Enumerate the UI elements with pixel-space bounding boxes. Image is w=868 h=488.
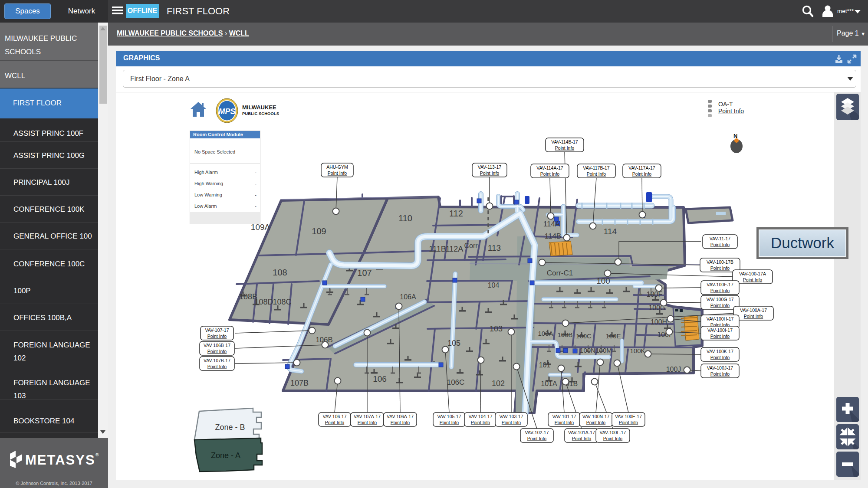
svg-text:102: 102: [492, 379, 505, 388]
svg-text:Point Info: Point Info: [710, 355, 730, 360]
svg-text:VAV-114A-17: VAV-114A-17: [536, 165, 563, 170]
svg-text:Point Info: Point Info: [555, 420, 574, 425]
svg-text:111B: 111B: [429, 245, 446, 253]
svg-text:VAV-100F-17: VAV-100F-17: [707, 282, 733, 287]
svg-text:101: 101: [539, 361, 551, 369]
svg-text:Point Info: Point Info: [743, 277, 763, 282]
svg-text:VAV-100-17A: VAV-100-17A: [739, 271, 766, 276]
svg-text:VAV-107B-17: VAV-107B-17: [204, 358, 230, 363]
svg-text:VAV-107A-17: VAV-107A-17: [354, 414, 381, 419]
svg-text:VAV-100N-17: VAV-100N-17: [582, 414, 610, 419]
svg-text:VAV-100E-17: VAV-100E-17: [615, 414, 642, 419]
svg-text:107: 107: [357, 268, 372, 278]
svg-text:VAV-102-17: VAV-102-17: [525, 430, 549, 435]
svg-text:Point Info: Point Info: [328, 170, 347, 176]
svg-text:Zone - A: Zone - A: [211, 451, 240, 460]
svg-text:Point Info: Point Info: [471, 420, 490, 425]
svg-text:Point Info: Point Info: [744, 314, 763, 319]
svg-text:Point Info: Point Info: [710, 371, 730, 377]
svg-text:VAV-101A-17: VAV-101A-17: [568, 430, 595, 435]
svg-text:108: 108: [273, 268, 287, 277]
svg-text:106: 106: [373, 374, 387, 383]
svg-text:101A: 101A: [541, 380, 557, 387]
svg-text:VAV-100J-17: VAV-100J-17: [707, 365, 733, 370]
svg-text:Point Info: Point Info: [587, 171, 606, 177]
svg-text:107B: 107B: [290, 379, 309, 387]
svg-text:VAV-11-17: VAV-11-17: [710, 236, 731, 241]
svg-text:VAV-113-17: VAV-113-17: [478, 164, 501, 170]
svg-text:Point Info: Point Info: [502, 420, 521, 425]
svg-text:108C: 108C: [273, 298, 291, 306]
svg-text:Point Info: Point Info: [540, 171, 560, 177]
svg-text:VAV-117A-17: VAV-117A-17: [628, 165, 655, 170]
svg-text:VAV-104-17: VAV-104-17: [468, 414, 492, 419]
svg-text:109: 109: [312, 226, 326, 236]
svg-text:100C: 100C: [576, 332, 592, 340]
svg-text:Point Info: Point Info: [527, 436, 547, 441]
svg-text:Point Info: Point Info: [710, 265, 730, 271]
svg-text:Point Info: Point Info: [619, 420, 638, 425]
svg-text:100M: 100M: [595, 347, 612, 354]
svg-text:114: 114: [604, 227, 617, 236]
svg-text:Point Info: Point Info: [710, 242, 730, 247]
svg-text:®: ®: [95, 452, 99, 457]
svg-text:100F: 100F: [647, 291, 663, 298]
svg-text:Point Info: Point Info: [207, 349, 227, 354]
svg-text:Point Info: Point Info: [440, 420, 459, 425]
svg-text:VAV-100L-17: VAV-100L-17: [600, 430, 626, 435]
svg-text:112A: 112A: [446, 245, 464, 253]
svg-text:106A: 106A: [400, 293, 416, 301]
svg-text:VAV-117B-17: VAV-117B-17: [583, 165, 609, 170]
svg-text:VAV-100K-17: VAV-100K-17: [707, 349, 733, 354]
svg-text:Point Info: Point Info: [480, 170, 500, 176]
svg-text:VAV-103-17: VAV-103-17: [499, 414, 523, 419]
svg-text:Point Info: Point Info: [207, 334, 227, 339]
svg-text:100J: 100J: [666, 366, 681, 373]
svg-text:Point Info: Point Info: [710, 303, 730, 308]
svg-text:100B: 100B: [557, 331, 572, 338]
svg-text:VAV-107-17: VAV-107-17: [205, 328, 229, 333]
svg-text:Point Info: Point Info: [555, 145, 575, 151]
svg-text:Point Info: Point Info: [710, 334, 730, 339]
svg-text:114B: 114B: [545, 232, 561, 240]
svg-text:112: 112: [449, 209, 463, 218]
svg-text:114A: 114A: [543, 220, 560, 228]
svg-text:METASYS: METASYS: [25, 452, 95, 468]
svg-text:Corr: Corr: [464, 242, 478, 249]
svg-text:Corr-C1: Corr-C1: [547, 269, 573, 277]
svg-text:103: 103: [490, 324, 503, 333]
svg-text:100E: 100E: [605, 332, 621, 340]
svg-text:100H: 100H: [651, 318, 667, 326]
svg-text:110: 110: [398, 213, 412, 223]
svg-text:VAV-100H-17: VAV-100H-17: [707, 316, 734, 321]
svg-text:VAV-106B-17: VAV-106B-17: [204, 343, 230, 348]
svg-text:100N: 100N: [580, 347, 595, 354]
svg-text:Point Info: Point Info: [572, 436, 592, 441]
svg-text:Point Info: Point Info: [207, 364, 227, 369]
svg-text:100: 100: [596, 276, 610, 285]
svg-text:VAV-100I-17: VAV-100I-17: [707, 328, 733, 333]
svg-text:VAV-105-17: VAV-105-17: [437, 414, 461, 419]
svg-text:100A: 100A: [538, 330, 553, 337]
svg-text:VAV-114B-17: VAV-114B-17: [551, 139, 578, 144]
svg-text:VAV-101-17: VAV-101-17: [552, 414, 576, 419]
svg-text:Zone - B: Zone - B: [215, 423, 245, 432]
svg-text:109A: 109A: [251, 223, 270, 232]
svg-text:108D: 108D: [254, 298, 273, 306]
svg-text:104: 104: [488, 282, 500, 289]
svg-text:Point Info: Point Info: [632, 171, 652, 177]
svg-text:100K: 100K: [630, 347, 645, 354]
svg-text:106C: 106C: [447, 378, 465, 386]
svg-text:VAV-106-17: VAV-106-17: [322, 414, 346, 419]
svg-text:Point Info: Point Info: [358, 420, 377, 425]
svg-text:VAV-100G-17: VAV-100G-17: [706, 297, 733, 302]
svg-text:113: 113: [488, 243, 501, 252]
svg-text:Point Info: Point Info: [586, 420, 606, 425]
svg-text:Point Info: Point Info: [391, 420, 410, 425]
svg-text:VAV-106A-17: VAV-106A-17: [387, 414, 414, 419]
svg-text:VAV-100A-17: VAV-100A-17: [740, 308, 767, 313]
svg-text:Point Info: Point Info: [603, 436, 623, 441]
svg-text:VAV-100-17B: VAV-100-17B: [707, 259, 733, 265]
svg-text:105: 105: [447, 339, 460, 347]
svg-text:Point Info: Point Info: [325, 420, 345, 425]
